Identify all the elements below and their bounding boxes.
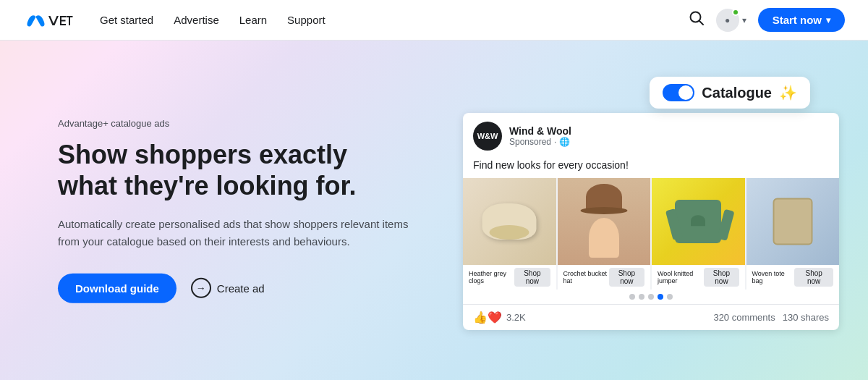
reaction-icons: 👍 ❤️ (473, 311, 502, 324)
online-indicator (732, 9, 739, 16)
product-label-2: Crochet bucket hat Shop now (558, 265, 651, 290)
account-chevron-icon: ▾ (742, 15, 746, 25)
navbar: Get started Advertise Learn Support ● ▾ … (0, 0, 868, 41)
catalogue-toggle[interactable] (663, 84, 694, 101)
pagination-dots (463, 290, 839, 304)
start-now-chevron-icon: ▾ (826, 15, 830, 25)
meta-logo[interactable] (23, 11, 74, 30)
nav-get-started[interactable]: Get started (100, 14, 153, 26)
shop-now-button-3[interactable]: Shop now (704, 268, 739, 287)
catalogue-badge: Catalogue ✨ (650, 77, 810, 109)
shop-now-button-2[interactable]: Shop now (609, 268, 644, 287)
user-account[interactable]: ● ▾ (716, 9, 746, 32)
hero-description: Automatically create personalised ads th… (58, 216, 412, 250)
reaction-count: 3.2K (506, 312, 526, 323)
download-guide-label: Download guide (75, 282, 159, 295)
nav-learn[interactable]: Learn (239, 14, 267, 26)
product-item-4: Woven tote bag Shop now (746, 178, 840, 290)
svg-line-1 (699, 21, 703, 25)
hero-eyebrow: Advantage+ catalogue ads (58, 117, 412, 128)
shares-count: 130 shares (783, 312, 829, 323)
product-image-3 (652, 178, 745, 265)
comments-count: 320 comments (713, 312, 775, 323)
search-icon[interactable] (689, 10, 705, 30)
sponsored-label: Sponsored · 🌐 (509, 137, 829, 147)
reactions-row: 👍 ❤️ 3.2K 320 comments 130 shares (463, 304, 839, 330)
sparkle-icon: ✨ (779, 84, 797, 101)
product-item-2: Crochet bucket hat Shop now (558, 178, 651, 290)
reaction-left: 👍 ❤️ 3.2K (473, 311, 526, 324)
dot-2 (639, 294, 644, 300)
heart-icon: ❤️ (488, 311, 502, 324)
product-image-1 (463, 178, 556, 265)
start-now-label: Start now (773, 14, 822, 26)
catalogue-label: Catalogue (702, 85, 772, 101)
ad-card-header: W&W Wind & Wool Sponsored · 🌐 (463, 113, 839, 159)
shop-now-button-1[interactable]: Shop now (514, 268, 550, 287)
facebook-ad-card: W&W Wind & Wool Sponsored · 🌐 Find new l… (463, 113, 839, 330)
product-item-1: Heather grey clogs Shop now (463, 178, 556, 290)
toggle-thumb (678, 85, 693, 100)
dot-5 (667, 294, 673, 300)
nav-support[interactable]: Support (287, 14, 326, 26)
product-label-3: Wool knitted jumper Shop now (652, 265, 745, 290)
shop-now-button-4[interactable]: Shop now (794, 268, 833, 287)
dot-4-active (658, 294, 663, 300)
hero-section: Advantage+ catalogue ads Show shoppers e… (0, 41, 868, 380)
nav-right: ● ▾ Start now ▾ (689, 8, 845, 32)
nav-links: Get started Advertise Learn Support (100, 14, 326, 26)
product-label-4: Woven tote bag Shop now (746, 265, 840, 290)
like-icon: 👍 (473, 311, 488, 324)
product-image-4 (746, 178, 840, 265)
brand-avatar: W&W (473, 122, 502, 151)
dot-1 (629, 294, 635, 300)
start-now-button[interactable]: Start now ▾ (758, 8, 845, 32)
brand-name: Wind & Wool (509, 125, 829, 137)
download-guide-button[interactable]: Download guide (58, 274, 176, 303)
dot-3 (648, 294, 654, 300)
hero-right-content: Catalogue ✨ W&W Wind & Wool Sponsored · … (405, 69, 868, 380)
create-ad-arrow-icon: → (191, 278, 211, 298)
ad-tagline: Find new looks for every occasion! (463, 159, 839, 178)
hero-title: Show shoppers exactly what they're looki… (58, 138, 412, 200)
nav-advertise[interactable]: Advertise (174, 14, 219, 26)
create-ad-link[interactable]: → Create ad (191, 278, 265, 298)
avatar: ● (716, 9, 739, 32)
reaction-right: 320 comments 130 shares (713, 312, 829, 323)
create-ad-label: Create ad (217, 282, 265, 295)
nav-left: Get started Advertise Learn Support (23, 11, 326, 30)
product-image-2 (558, 178, 651, 265)
products-row: Heather grey clogs Shop now Crochet buck… (463, 178, 839, 290)
hero-left-content: Advantage+ catalogue ads Show shoppers e… (58, 117, 412, 303)
hero-ctas: Download guide → Create ad (58, 274, 412, 303)
product-item-3: Wool knitted jumper Shop now (652, 178, 745, 290)
brand-meta: Wind & Wool Sponsored · 🌐 (509, 125, 829, 147)
product-label-1: Heather grey clogs Shop now (463, 265, 556, 290)
